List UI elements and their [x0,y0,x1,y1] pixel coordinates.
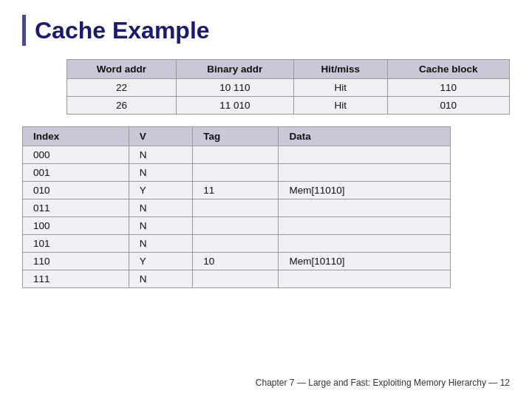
table-cell: 000 [23,146,129,164]
table-cell: 10 [193,253,279,270]
table-cell [279,164,451,182]
page: Cache Example Word addr Binary addr Hit/… [0,0,532,399]
table-cell: 100 [23,217,129,235]
table-cell [193,146,279,164]
table-cell: 11 010 [176,97,293,115]
table-cell: N [129,217,193,235]
col-v: V [129,127,193,146]
table-cell: 11 [193,182,279,200]
col-index: Index [23,127,129,146]
table-row: 010Y11Mem[11010] [23,182,451,200]
table-cell: 010 [387,97,509,115]
table-cell [279,200,451,217]
top-table-body: 2210 110Hit1102611 010Hit010 [67,79,510,115]
col-data: Data [279,127,451,146]
table-cell: N [129,235,193,253]
col-cache-block: Cache block [387,60,509,79]
table-cell: Hit [293,79,387,97]
table-row: 100N [23,217,451,235]
title-bar: Cache Example [22,15,510,46]
col-word-addr: Word addr [67,60,177,79]
table-cell [279,217,451,235]
table-cell [193,235,279,253]
table-cell: Mem[11010] [279,182,451,200]
table-cell [193,164,279,182]
content-area: Word addr Binary addr Hit/miss Cache blo… [22,59,510,372]
table-cell: N [129,146,193,164]
table-cell: N [129,270,193,288]
table-cell: Hit [293,97,387,115]
table-cell: 22 [67,79,177,97]
col-binary-addr: Binary addr [176,60,293,79]
table-cell: 26 [67,97,177,115]
table-row: 000N [23,146,451,164]
col-tag: Tag [193,127,279,146]
table-row: 2611 010Hit010 [67,97,510,115]
bottom-table-body: 000N001N010Y11Mem[11010]011N100N101N110Y… [23,146,451,288]
table-cell [279,235,451,253]
table-cell [279,270,451,288]
table-row: 110Y10Mem[10110] [23,253,451,270]
bottom-table-header-row: Index V Tag Data [23,127,451,146]
title-accent-bar [22,15,26,46]
table-cell: 011 [23,200,129,217]
table-cell: N [129,164,193,182]
table-cell [193,270,279,288]
lookup-table: Word addr Binary addr Hit/miss Cache blo… [66,59,510,115]
table-row: 101N [23,235,451,253]
table-cell: Mem[10110] [279,253,451,270]
table-cell: 10 110 [176,79,293,97]
table-cell: Y [129,253,193,270]
table-row: 011N [23,200,451,217]
table-row: 111N [23,270,451,288]
table-row: 2210 110Hit110 [67,79,510,97]
table-cell: Y [129,182,193,200]
col-hit-miss: Hit/miss [293,60,387,79]
table-row: 001N [23,164,451,182]
table-cell: 010 [23,182,129,200]
page-title: Cache Example [35,17,210,44]
table-cell: 001 [23,164,129,182]
table-cell: 111 [23,270,129,288]
top-table-header-row: Word addr Binary addr Hit/miss Cache blo… [67,60,510,79]
table-cell [279,146,451,164]
footer-text: Chapter 7 — Large and Fast: Exploiting M… [22,372,510,388]
table-cell [193,217,279,235]
table-cell: N [129,200,193,217]
table-cell: 101 [23,235,129,253]
table-cell: 110 [23,253,129,270]
table-cell [193,200,279,217]
cache-table: Index V Tag Data 000N001N010Y11Mem[11010… [22,126,451,288]
table-cell: 110 [387,79,509,97]
